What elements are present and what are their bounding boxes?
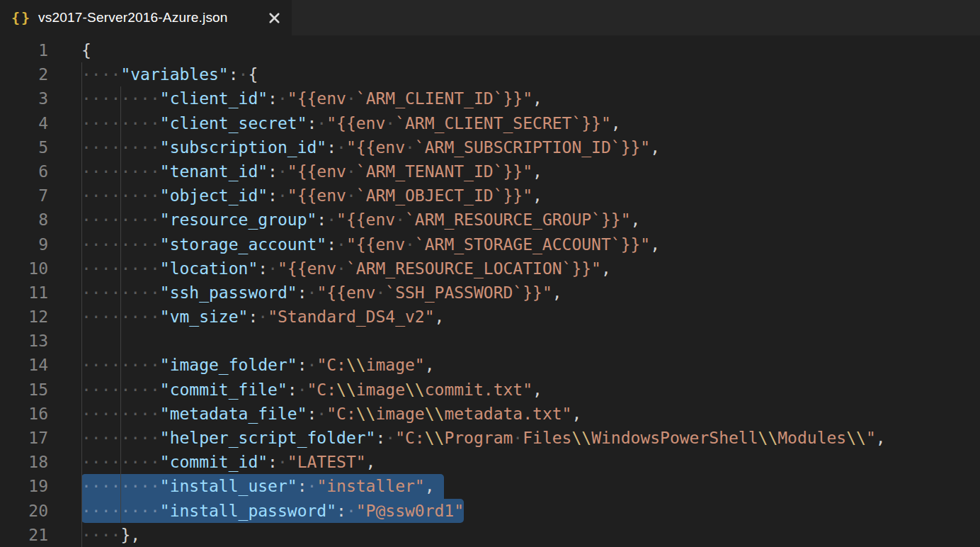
code-text: ········"location":·"{{env·`ARM_RESOURCE…: [48, 256, 611, 281]
line-number[interactable]: 21: [0, 523, 48, 547]
line-number[interactable]: 9: [0, 232, 48, 256]
code-text: ········"client_id":·"{{env·`ARM_CLIENT_…: [48, 86, 542, 111]
line-number[interactable]: 11: [0, 281, 48, 305]
json-file-icon: {}: [11, 9, 31, 26]
code-editor[interactable]: 1{2····"variables":·{3········"client_id…: [0, 35, 980, 547]
line-number[interactable]: 17: [0, 426, 48, 450]
code-text: ········"install_user":·"installer",: [48, 474, 435, 498]
code-line[interactable]: 21····},: [0, 523, 980, 547]
line-number[interactable]: 3: [0, 86, 48, 111]
line-number[interactable]: 4: [0, 111, 48, 135]
code-text: ········"install_password":·"P@ssw0rd1": [48, 499, 464, 523]
code-line[interactable]: 7········"object_id":·"{{env·`ARM_OBJECT…: [0, 184, 980, 208]
vscode-window: {} vs2017-Server2016-Azure.json 1{2····"…: [0, 0, 980, 547]
line-number[interactable]: 7: [0, 184, 48, 208]
line-number[interactable]: 18: [0, 450, 48, 474]
code-text: [48, 329, 81, 353]
code-line[interactable]: 14········"image_folder":·"C:\\image",: [0, 353, 980, 377]
line-number[interactable]: 5: [0, 135, 48, 159]
line-number[interactable]: 6: [0, 159, 48, 184]
code-text: ········"commit_file":·"C:\\image\\commi…: [48, 378, 542, 402]
code-lines: 1{2····"variables":·{3········"client_id…: [0, 38, 980, 547]
code-line[interactable]: 13: [0, 329, 980, 353]
code-text: ········"client_secret":·"{{env·`ARM_CLI…: [48, 111, 621, 135]
code-line[interactable]: 20········"install_password":·"P@ssw0rd1…: [0, 499, 980, 523]
code-line[interactable]: 4········"client_secret":·"{{env·`ARM_CL…: [0, 111, 980, 135]
code-line[interactable]: 10········"location":·"{{env·`ARM_RESOUR…: [0, 256, 980, 281]
tab-close-button[interactable]: [263, 7, 285, 28]
line-number[interactable]: 19: [0, 474, 48, 498]
code-line[interactable]: 2····"variables":·{: [0, 62, 980, 86]
code-text: ········"resource_group":·"{{env·`ARM_RE…: [48, 208, 640, 232]
code-text: ········"storage_account":·"{{env·`ARM_S…: [48, 232, 660, 256]
code-line[interactable]: 8········"resource_group":·"{{env·`ARM_R…: [0, 208, 980, 232]
line-number[interactable]: 14: [0, 353, 48, 377]
line-number[interactable]: 1: [0, 38, 48, 62]
tab-bar: {} vs2017-Server2016-Azure.json: [0, 0, 980, 35]
code-text: ········"vm_size":·"Standard_DS4_v2",: [48, 305, 444, 329]
editor-tab[interactable]: {} vs2017-Server2016-Azure.json: [0, 0, 292, 35]
code-text: ········"object_id":·"{{env·`ARM_OBJECT_…: [48, 184, 542, 208]
code-line[interactable]: 1{: [0, 38, 980, 62]
code-line[interactable]: 11········"ssh_password":·"{{env·`SSH_PA…: [0, 281, 980, 305]
line-number[interactable]: 20: [0, 499, 48, 523]
line-number[interactable]: 10: [0, 256, 48, 281]
code-text: ········"helper_script_folder":·"C:\\Pro…: [48, 426, 886, 450]
line-number[interactable]: 12: [0, 305, 48, 329]
line-number[interactable]: 13: [0, 329, 48, 353]
code-text: ········"ssh_password":·"{{env·`SSH_PASS…: [48, 281, 562, 305]
code-line[interactable]: 12········"vm_size":·"Standard_DS4_v2",: [0, 305, 980, 329]
code-line[interactable]: 18········"commit_id":·"LATEST",: [0, 450, 980, 474]
code-text: ········"image_folder":·"C:\\image",: [48, 353, 435, 377]
line-number[interactable]: 15: [0, 378, 48, 402]
code-text: ········"subscription_id":·"{{env·`ARM_S…: [48, 135, 660, 159]
line-number[interactable]: 8: [0, 208, 48, 232]
line-number[interactable]: 2: [0, 62, 48, 86]
code-line[interactable]: 6········"tenant_id":·"{{env·`ARM_TENANT…: [0, 159, 980, 184]
code-text: ····},: [48, 523, 140, 547]
indent-guide: [81, 62, 82, 547]
code-text: {: [48, 38, 91, 62]
code-line[interactable]: 15········"commit_file":·"C:\\image\\com…: [0, 378, 980, 402]
code-line[interactable]: 17········"helper_script_folder":·"C:\\P…: [0, 426, 980, 450]
code-line[interactable]: 3········"client_id":·"{{env·`ARM_CLIENT…: [0, 86, 980, 111]
line-number[interactable]: 16: [0, 402, 48, 426]
code-line[interactable]: 19········"install_user":·"installer",: [0, 474, 980, 498]
close-icon: [268, 12, 280, 24]
code-line[interactable]: 16········"metadata_file":·"C:\\image\\m…: [0, 402, 980, 426]
code-text: ········"commit_id":·"LATEST",: [48, 450, 375, 474]
code-line[interactable]: 9········"storage_account":·"{{env·`ARM_…: [0, 232, 980, 256]
code-text: ········"metadata_file":·"C:\\image\\met…: [48, 402, 581, 426]
tab-filename: vs2017-Server2016-Azure.json: [38, 10, 263, 26]
code-text: ········"tenant_id":·"{{env·`ARM_TENANT_…: [48, 159, 542, 184]
code-text: ····"variables":·{: [48, 62, 258, 86]
code-line[interactable]: 5········"subscription_id":·"{{env·`ARM_…: [0, 135, 980, 159]
